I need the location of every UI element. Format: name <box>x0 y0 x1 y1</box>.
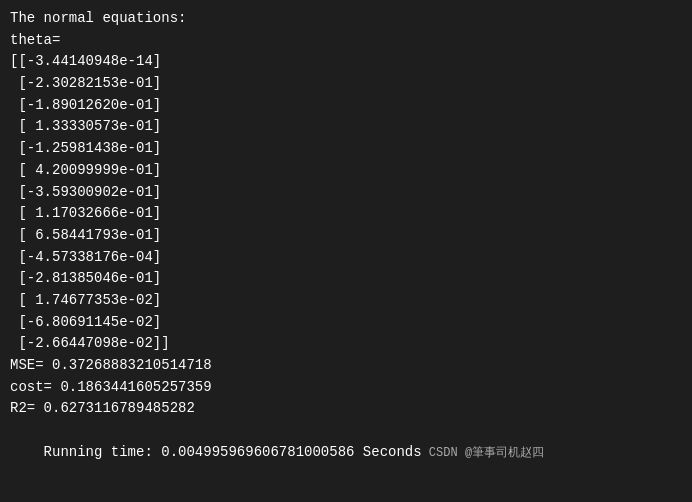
output-prompt: Running time: 0.004995969606781000586 Se… <box>10 420 682 485</box>
output-line-4: [-2.30282153e-01] <box>10 73 682 95</box>
output-r2: cost= 0.1863441605257359 <box>10 377 682 399</box>
output-line-5: [-1.89012620e-01] <box>10 95 682 117</box>
output-line-11: [ 6.58441793e-01] <box>10 225 682 247</box>
output-line-13: [-2.81385046e-01] <box>10 268 682 290</box>
output-line-6: [ 1.33330573e-01] <box>10 116 682 138</box>
output-line-3: [[-3.44140948e-14] <box>10 51 682 73</box>
watermark: CSDN @筆事司机赵四 <box>422 446 544 460</box>
output-runtime: R2= 0.6273116789485282 <box>10 398 682 420</box>
output-line-2: theta= <box>10 30 682 52</box>
output-cost: MSE= 0.37268883210514718 <box>10 355 682 377</box>
output-line-10: [ 1.17032666e-01] <box>10 203 682 225</box>
output-line-15: [-6.80691145e-02] <box>10 312 682 334</box>
output-line-9: [-3.59300902e-01] <box>10 182 682 204</box>
output-line-7: [-1.25981438e-01] <box>10 138 682 160</box>
prompt-path: Running time: 0.004995969606781000586 Se… <box>44 444 422 460</box>
output-line-12: [-4.57338176e-04] <box>10 247 682 269</box>
output-line-14: [ 1.74677353e-02] <box>10 290 682 312</box>
terminal-window: The normal equations: theta= [[-3.441409… <box>0 0 692 502</box>
output-line-8: [ 4.20099999e-01] <box>10 160 682 182</box>
output-mse: [-2.66447098e-02]] <box>10 333 682 355</box>
output-line-1: The normal equations: <box>10 8 682 30</box>
